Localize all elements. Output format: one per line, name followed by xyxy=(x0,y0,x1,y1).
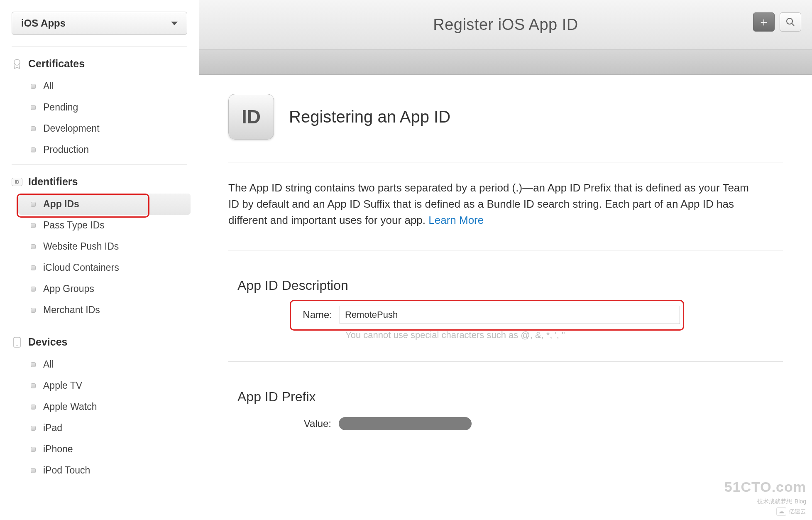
sidebar-item-label: Production xyxy=(43,144,89,155)
name-input[interactable] xyxy=(340,306,680,324)
search-icon xyxy=(786,17,795,27)
sidebar-item-label: App IDs xyxy=(43,199,79,210)
ribbon-icon xyxy=(12,59,22,69)
bullet-icon xyxy=(31,308,36,313)
intro-text: The App ID string contains two parts sep… xyxy=(228,180,751,248)
watermark-blog: Blog xyxy=(795,498,806,505)
watermark-source: 亿速云 xyxy=(789,508,806,515)
cloud-icon: ☁ xyxy=(776,507,786,516)
sidebar-item-label: iCloud Containers xyxy=(43,262,119,273)
sidebar-item-label: iPad xyxy=(43,422,62,434)
bullet-icon xyxy=(31,468,36,473)
nav-group-identifiers: ID Identifiers App IDs Pass Type IDs Web… xyxy=(0,165,199,325)
sidebar-item-pass-type-ids[interactable]: Pass Type IDs xyxy=(0,215,199,236)
bullet-icon xyxy=(31,126,36,131)
bullet-icon xyxy=(31,244,36,249)
svg-point-0 xyxy=(14,59,20,65)
sidebar-item-website-push-ids[interactable]: Website Push IDs xyxy=(0,236,199,257)
prefix-value-redacted xyxy=(339,417,472,430)
learn-more-link[interactable]: Learn More xyxy=(428,214,484,226)
sidebar-item-apple-tv[interactable]: Apple TV xyxy=(0,375,199,396)
intro-body: The App ID string contains two parts sep… xyxy=(228,182,749,226)
sidebar-item-label: App Groups xyxy=(43,283,94,294)
sidebar: iOS Apps Certificates All Pending Develo… xyxy=(0,0,199,520)
sidebar-item-label: iPhone xyxy=(43,444,73,455)
group-header-identifiers[interactable]: ID Identifiers xyxy=(0,172,199,194)
bullet-icon xyxy=(31,426,36,431)
sidebar-item-apple-watch[interactable]: Apple Watch xyxy=(0,396,199,417)
name-helper-text: You cannot use special characters such a… xyxy=(228,330,783,341)
sidebar-item-ipod-touch[interactable]: iPod Touch xyxy=(0,460,199,481)
platform-dropdown[interactable]: iOS Apps xyxy=(12,12,187,35)
chevron-down-icon xyxy=(171,22,178,25)
nav-group-certificates: Certificates All Pending Development Pro… xyxy=(0,47,199,164)
bullet-icon xyxy=(31,287,36,292)
divider xyxy=(228,250,783,250)
watermark-site: 51CTO.com xyxy=(724,478,806,495)
titlebar: Register iOS App ID ＋ xyxy=(199,0,812,50)
page-title: Register iOS App ID xyxy=(433,16,578,34)
bullet-icon xyxy=(31,265,36,270)
svg-point-2 xyxy=(17,345,18,346)
name-field-row: Name: xyxy=(228,306,783,324)
content: ID Registering an App ID The App ID stri… xyxy=(199,75,812,520)
bullet-icon xyxy=(31,147,36,152)
sidebar-item-merchant-ids[interactable]: Merchant IDs xyxy=(0,299,199,321)
divider xyxy=(228,162,783,162)
sidebar-item-label: All xyxy=(43,81,54,92)
bullet-icon xyxy=(31,362,36,367)
search-button[interactable] xyxy=(780,12,801,32)
hero: ID Registering an App ID xyxy=(228,90,783,159)
prefix-row: Value: xyxy=(228,417,783,430)
divider xyxy=(228,361,783,362)
bullet-icon xyxy=(31,383,36,388)
sidebar-item-all-devices[interactable]: All xyxy=(0,354,199,375)
watermark-line2: 技术成就梦想 xyxy=(757,498,792,505)
sidebar-item-development[interactable]: Development xyxy=(0,118,199,139)
sidebar-item-label: All xyxy=(43,359,54,370)
bullet-icon xyxy=(31,405,36,410)
sidebar-item-label: Apple Watch xyxy=(43,401,97,412)
id-badge-icon: ID xyxy=(12,177,22,187)
sidebar-item-label: Merchant IDs xyxy=(43,304,100,316)
sidebar-item-label: Pass Type IDs xyxy=(43,220,105,231)
bullet-icon xyxy=(31,84,36,89)
group-header-certificates[interactable]: Certificates xyxy=(0,54,199,76)
sidebar-item-iphone[interactable]: iPhone xyxy=(0,439,199,460)
sidebar-item-label: iPod Touch xyxy=(43,465,90,476)
bullet-icon xyxy=(31,447,36,452)
phone-icon xyxy=(12,337,22,348)
sidebar-item-app-ids[interactable]: App IDs xyxy=(18,194,191,215)
id-tile-icon: ID xyxy=(228,94,274,140)
sub-toolbar xyxy=(199,50,812,75)
section-title-description: App ID Description xyxy=(228,268,783,306)
nav-group-devices: Devices All Apple TV Apple Watch iPad iP… xyxy=(0,325,199,485)
platform-label: iOS Apps xyxy=(21,17,66,29)
sidebar-item-production[interactable]: Production xyxy=(0,139,199,160)
bullet-icon xyxy=(31,223,36,228)
add-button[interactable]: ＋ xyxy=(753,12,775,32)
group-label: Certificates xyxy=(28,58,85,70)
sidebar-item-label: Website Push IDs xyxy=(43,241,119,252)
main: Register iOS App ID ＋ ID Registering an … xyxy=(199,0,812,520)
value-label: Value: xyxy=(294,418,331,429)
plus-icon: ＋ xyxy=(758,16,770,28)
sidebar-item-all-certs[interactable]: All xyxy=(0,76,199,97)
sidebar-item-app-groups[interactable]: App Groups xyxy=(0,278,199,299)
sidebar-item-icloud-containers[interactable]: iCloud Containers xyxy=(0,257,199,278)
sidebar-item-label: Apple TV xyxy=(43,380,82,391)
group-label: Identifiers xyxy=(28,176,78,188)
section-title-prefix: App ID Prefix xyxy=(228,379,783,417)
bullet-icon xyxy=(31,202,36,207)
svg-line-4 xyxy=(792,23,794,26)
sidebar-item-label: Pending xyxy=(43,102,78,113)
group-label: Devices xyxy=(28,336,68,348)
name-label: Name: xyxy=(295,309,332,321)
sidebar-item-pending[interactable]: Pending xyxy=(0,97,199,118)
titlebar-actions: ＋ xyxy=(753,12,801,32)
svg-point-3 xyxy=(787,18,792,24)
sidebar-item-label: Development xyxy=(43,123,100,134)
bullet-icon xyxy=(31,105,36,110)
sidebar-item-ipad[interactable]: iPad xyxy=(0,417,199,439)
group-header-devices[interactable]: Devices xyxy=(0,333,199,354)
